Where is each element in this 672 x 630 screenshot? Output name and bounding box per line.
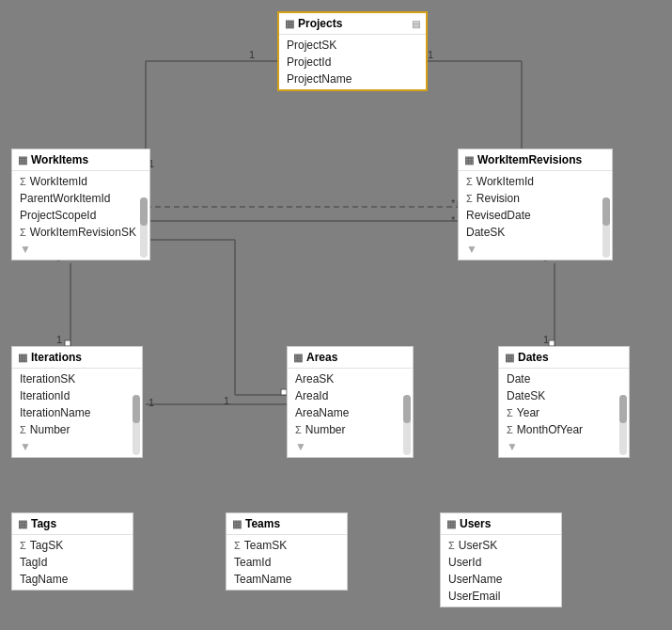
table-areas-header: ▦ Areas (288, 347, 413, 369)
table-teams-header: ▦ Teams (227, 513, 347, 535)
table-row: ΣTeamSK (227, 537, 347, 554)
collapse-icon: ▤ (412, 19, 420, 29)
label-wi-iter-1: 1 (56, 334, 62, 345)
label-projects-workitems-1: 1 (249, 49, 255, 60)
table-dates[interactable]: ▦ Dates Date DateSK ΣYear ΣMonthOfYear ▼ (498, 346, 630, 458)
table-row: ParentWorkItemId (12, 190, 149, 207)
table-areas[interactable]: ▦ Areas AreaSK AreaId AreaName ΣNumber ▼ (287, 346, 414, 458)
table-row: TeamName (227, 571, 347, 588)
table-row: UserName (441, 571, 561, 588)
label-iter-areas-1: 1 (148, 397, 154, 408)
table-icon: ▦ (232, 518, 242, 530)
table-icon: ▦ (18, 518, 27, 530)
table-row: UserId (441, 554, 561, 571)
table-row: ΣNumber (12, 421, 142, 438)
table-icon: ▦ (446, 518, 456, 530)
table-tags-header: ▦ Tags (12, 513, 133, 535)
scroll-indicator (619, 395, 627, 455)
table-icon: ▦ (505, 352, 514, 364)
table-users[interactable]: ▦ Users ΣUserSK UserId UserName UserEmai… (440, 512, 562, 607)
table-row: ProjectSK (279, 37, 426, 54)
table-teams-body: ΣTeamSK TeamId TeamName (227, 535, 347, 590)
table-projects[interactable]: ▦ Projects ▤ ProjectSK ProjectId Project… (277, 11, 428, 91)
table-row: DateSK (459, 224, 612, 241)
table-row: ΣNumber (288, 421, 413, 438)
table-row: ▼ (499, 438, 629, 455)
table-iterations-body: IterationSK IterationId IterationName ΣN… (12, 369, 142, 457)
table-row: TagName (12, 571, 133, 588)
table-row: DateSK (499, 387, 629, 404)
table-teams[interactable]: ▦ Teams ΣTeamSK TeamId TeamName (226, 512, 348, 591)
table-icon: ▦ (285, 18, 294, 30)
table-iterations[interactable]: ▦ Iterations IterationSK IterationId Ite… (11, 346, 143, 458)
table-workitemrevisions[interactable]: ▦ WorkItemRevisions ΣWorkItemId ΣRevisio… (458, 149, 613, 260)
table-row: IterationId (12, 387, 142, 404)
table-icon: ▦ (18, 352, 27, 364)
table-row: ΣUserSK (441, 537, 561, 554)
table-row: ΣTagSK (12, 537, 133, 554)
table-row: RevisedDate (459, 207, 612, 224)
table-row: TagId (12, 554, 133, 571)
table-dates-header: ▦ Dates (499, 347, 629, 369)
table-icon: ▦ (18, 154, 27, 166)
table-row: AreaName (288, 404, 413, 421)
table-row: ▼ (12, 438, 142, 455)
table-users-header: ▦ Users (441, 513, 561, 535)
scroll-indicator (602, 197, 610, 258)
table-row: Date (499, 370, 629, 387)
table-tags[interactable]: ▦ Tags ΣTagSK TagId TagName (11, 512, 133, 591)
label-wi-wir-star4: * (451, 214, 455, 226)
table-row: ΣWorkItemRevisionSK (12, 224, 149, 241)
table-projects-body: ProjectSK ProjectId ProjectName (279, 35, 426, 89)
table-row: ΣWorkItemId (12, 173, 149, 190)
table-workitems-header: ▦ WorkItems (12, 150, 149, 171)
table-row: ▼ (288, 438, 413, 455)
table-row: ΣWorkItemId (459, 173, 612, 190)
table-tags-body: ΣTagSK TagId TagName (12, 535, 133, 590)
table-row: AreaSK (288, 370, 413, 387)
table-row: ▼ (12, 241, 149, 258)
table-row: ΣRevision (459, 190, 612, 207)
table-row: TeamId (227, 554, 347, 571)
table-projects-header: ▦ Projects ▤ (279, 13, 426, 35)
table-icon: ▦ (464, 154, 474, 166)
table-row: AreaId (288, 387, 413, 404)
scroll-indicator (403, 395, 411, 455)
table-workitemrevisions-body: ΣWorkItemId ΣRevision RevisedDate DateSK… (459, 171, 612, 260)
table-dates-body: Date DateSK ΣYear ΣMonthOfYear ▼ (499, 369, 629, 457)
table-row: ▼ (459, 241, 612, 258)
table-workitems[interactable]: ▦ WorkItems ΣWorkItemId ParentWorkItemId… (11, 149, 150, 260)
label-wi-wir-star2: * (451, 197, 455, 209)
table-iterations-header: ▦ Iterations (12, 347, 142, 369)
table-icon: ▦ (293, 352, 303, 364)
table-row: ΣMonthOfYear (499, 421, 629, 438)
table-row: IterationName (12, 404, 142, 421)
table-areas-body: AreaSK AreaId AreaName ΣNumber ▼ (288, 369, 413, 457)
table-row: ProjectId (279, 54, 426, 71)
table-workitemrevisions-header: ▦ WorkItemRevisions (459, 150, 612, 171)
table-users-body: ΣUserSK UserId UserName UserEmail (441, 535, 561, 606)
scroll-indicator (140, 197, 148, 258)
table-row: UserEmail (441, 588, 561, 605)
label-areas-1: 1 (224, 395, 229, 406)
table-row: ProjectScopeId (12, 207, 149, 224)
table-row: IterationSK (12, 370, 142, 387)
table-workitems-body: ΣWorkItemId ParentWorkItemId ProjectScop… (12, 171, 149, 260)
label-wir-dates-1: 1 (543, 334, 549, 345)
label-projects-workitemrev-1: 1 (428, 49, 433, 60)
diagram-canvas: 1 1 1 1 * * * * * 1 1 1 * 1 ▦ Projects ▤… (0, 0, 672, 630)
scroll-indicator (133, 395, 140, 455)
table-row: ProjectName (279, 71, 426, 87)
table-row: ΣYear (499, 404, 629, 421)
